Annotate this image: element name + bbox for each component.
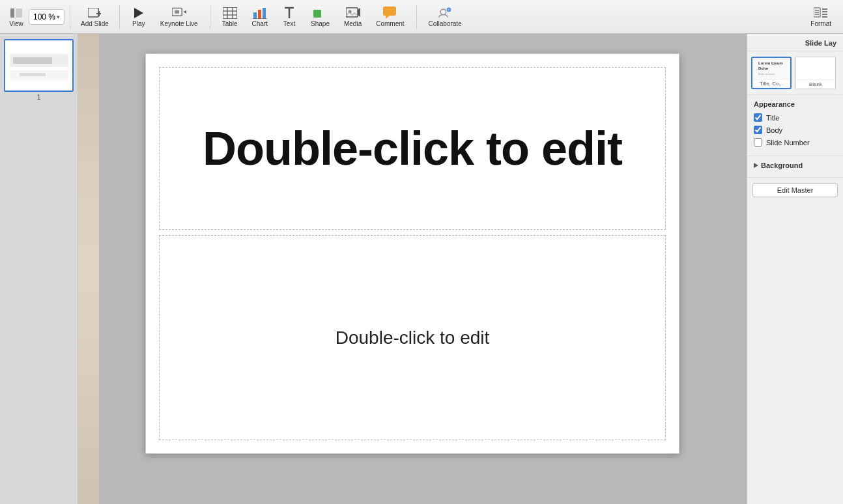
media-button[interactable]: Media [337, 3, 368, 31]
table-label: Table [222, 20, 238, 27]
shape-label: Shape [311, 20, 330, 27]
background-triangle-icon [754, 163, 758, 168]
edit-master-button[interactable]: Edit Master [752, 183, 838, 197]
toolbar-separator-4 [416, 5, 417, 29]
media-label: Media [344, 20, 362, 27]
slide-number-checkbox-row: Slide Number [754, 138, 836, 147]
svg-rect-23 [383, 7, 396, 16]
title-checkbox-label: Title [766, 114, 779, 122]
chart-label: Chart [252, 20, 268, 27]
keynote-live-label: Keynote Live [160, 20, 198, 27]
zoom-value: 100 % [33, 12, 55, 21]
comment-label: Comment [376, 20, 404, 27]
svg-rect-40 [20, 73, 46, 76]
svg-marker-6 [184, 10, 186, 13]
format-icon [814, 7, 828, 20]
right-panel-title: Slide Lay [805, 39, 836, 47]
collaborate-icon: ↑ [438, 7, 452, 20]
layout-preview-subtext: Dolor sit amet [758, 72, 784, 76]
add-slide-icon [87, 7, 102, 20]
svg-rect-15 [263, 8, 266, 19]
chart-button[interactable]: Chart [246, 3, 274, 31]
svg-rect-38 [13, 57, 52, 64]
toolbar-separator-2 [119, 5, 120, 29]
comment-button[interactable]: Comment [369, 3, 410, 31]
edit-master-label: Edit Master [777, 186, 814, 194]
collaborate-label: Collaborate [429, 20, 462, 27]
right-panel: Slide Lay Lorem Ipsum Dolor Dolor sit am… [747, 34, 843, 504]
shape-icon [313, 7, 327, 20]
layout-card-title-content[interactable]: Lorem Ipsum Dolor Dolor sit amet Title, … [751, 57, 792, 89]
slide-number-checkbox-label: Slide Number [766, 139, 810, 147]
play-label: Play [132, 20, 145, 27]
layout-card-blank-inner [796, 57, 835, 79]
view-icon [9, 7, 23, 20]
format-button[interactable]: Format [804, 3, 838, 31]
slide-title-text[interactable]: Double-click to edit [203, 122, 622, 175]
collaborate-button[interactable]: ↑ Collaborate [422, 3, 468, 31]
slide-thumb [5, 40, 72, 91]
svg-point-25 [440, 9, 446, 14]
toolbar: View 100 % ▾ Add Slide Play [0, 0, 843, 34]
view-button[interactable]: View [5, 3, 27, 31]
body-checkbox-label: Body [766, 126, 782, 134]
zoom-control[interactable]: 100 % ▾ [29, 9, 64, 25]
slide-thumb-border [4, 39, 74, 92]
slide-title-area[interactable]: Double-click to edit [159, 67, 666, 230]
right-panel-header: Slide Lay [747, 34, 843, 51]
zoom-chevron: ▾ [57, 14, 60, 20]
shape-button[interactable]: Shape [304, 3, 336, 31]
text-button[interactable]: Text [276, 3, 303, 31]
svg-rect-1 [16, 8, 22, 18]
slide-panel: 1 [0, 34, 78, 504]
table-icon [223, 7, 237, 20]
canvas-left-strip [78, 34, 99, 504]
slide-number: 1 [4, 94, 74, 101]
section-divider-3 [747, 177, 843, 178]
layout-card-inner: Lorem Ipsum Dolor Dolor sit amet [752, 58, 790, 79]
play-button[interactable]: Play [125, 3, 152, 31]
svg-rect-2 [88, 8, 98, 17]
svg-rect-7 [175, 10, 179, 13]
add-slide-button[interactable]: Add Slide [76, 3, 114, 31]
background-label: Background [761, 161, 803, 169]
layout-options: Lorem Ipsum Dolor Dolor sit amet Title, … [747, 51, 843, 94]
appearance-title: Appearance [754, 100, 836, 108]
layout-card-blank[interactable]: Blank [795, 57, 836, 89]
table-button[interactable]: Table [216, 3, 244, 31]
slide-canvas[interactable]: Double-click to edit Double-click to edi… [145, 53, 679, 454]
slide-number-checkbox[interactable] [754, 138, 762, 147]
comment-icon [383, 7, 397, 20]
layout-card-label-1: Title, Co... [752, 79, 790, 88]
view-label: View [9, 20, 23, 27]
slide-body-area[interactable]: Double-click to edit [159, 235, 666, 440]
svg-text:↑: ↑ [448, 8, 450, 12]
background-section: Background [747, 156, 843, 177]
add-slide-label: Add Slide [81, 20, 109, 27]
svg-rect-13 [253, 12, 257, 19]
main-area: 1 Double-click to edit Double-click to e… [0, 34, 843, 504]
body-checkbox[interactable] [754, 126, 762, 134]
format-label: Format [810, 20, 831, 27]
title-checkbox-row: Title [754, 113, 836, 122]
title-checkbox[interactable] [754, 113, 762, 122]
svg-marker-24 [386, 16, 390, 19]
canvas-area: Double-click to edit Double-click to edi… [78, 34, 747, 504]
media-icon [346, 7, 360, 20]
play-icon [132, 7, 146, 20]
background-header[interactable]: Background [754, 159, 836, 172]
toolbar-separator-3 [210, 5, 210, 29]
svg-rect-14 [258, 10, 261, 19]
chart-icon [253, 7, 267, 20]
svg-rect-19 [313, 10, 321, 18]
body-checkbox-row: Body [754, 126, 836, 134]
toolbar-separator-1 [70, 5, 70, 29]
svg-rect-0 [10, 8, 14, 18]
slide-body-text[interactable]: Double-click to edit [336, 328, 490, 348]
svg-rect-20 [346, 8, 358, 17]
text-label: Text [283, 20, 295, 27]
slide-thumbnail-1[interactable]: 1 [4, 39, 74, 101]
layout-card-label-2: Blank [796, 79, 835, 89]
text-icon [282, 7, 296, 20]
keynote-live-button[interactable]: Keynote Live [154, 3, 205, 31]
